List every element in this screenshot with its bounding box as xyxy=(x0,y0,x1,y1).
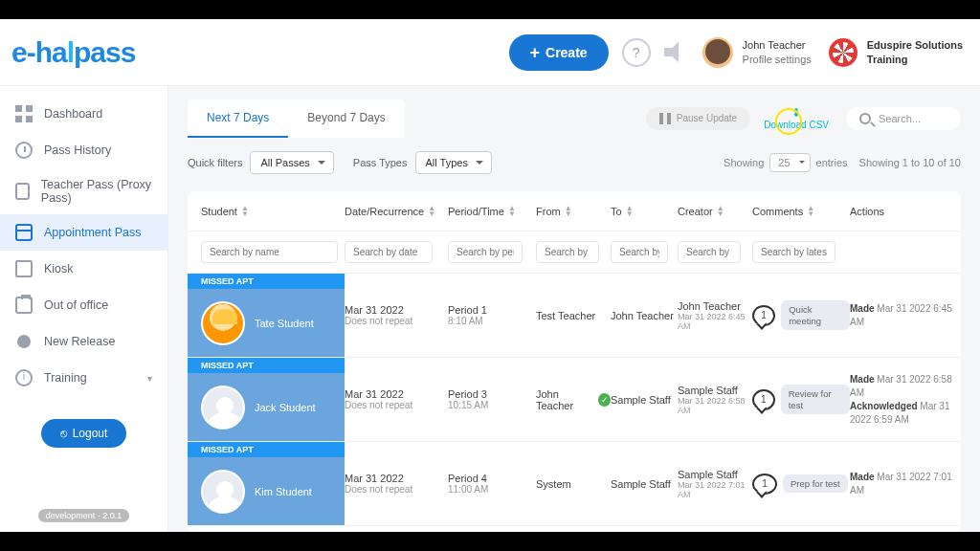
sort-icon: ▲▼ xyxy=(717,206,724,216)
calendar-icon xyxy=(15,224,33,241)
table-row: MISSED APT Tate Student Mar 31 2022Does … xyxy=(188,274,961,358)
download-csv-button[interactable]: ⬇ Download CSV xyxy=(764,106,829,131)
filter-date[interactable] xyxy=(345,241,433,263)
create-button[interactable]: +Create xyxy=(509,34,609,71)
from-cell: Test Teacher xyxy=(536,310,611,321)
pause-icon xyxy=(659,113,671,124)
comments-cell[interactable]: 1Quick meeting xyxy=(752,300,850,330)
highlight-ring xyxy=(775,108,802,135)
sort-icon: ▲▼ xyxy=(807,206,814,216)
period-cell: Period 411:00 AM xyxy=(448,473,536,495)
sort-icon: ▲▼ xyxy=(428,206,435,216)
col-period[interactable]: Period/Time▲▼ xyxy=(448,206,536,217)
filter-creator[interactable] xyxy=(678,241,741,263)
to-cell: Sample Staff xyxy=(611,394,678,406)
org-name: Eduspire Solutions Training xyxy=(867,38,963,66)
filter-student[interactable] xyxy=(201,241,338,263)
clock-icon xyxy=(15,142,33,159)
info-icon xyxy=(15,369,33,386)
range-label: Showing 1 to 10 of 10 xyxy=(859,157,961,168)
col-date[interactable]: Date/Recurrence▲▼ xyxy=(345,206,448,217)
badge-icon xyxy=(15,183,30,200)
sort-icon: ▲▼ xyxy=(565,206,572,216)
appointments-table: Student▲▼ Date/Recurrence▲▼ Period/Time▲… xyxy=(188,191,961,532)
tabs: Next 7 Days Beyond 7 Days xyxy=(188,99,405,138)
content: Next 7 Days Beyond 7 Days Pause Update ⬇… xyxy=(168,86,980,532)
col-comments[interactable]: Comments▲▼ xyxy=(752,206,850,217)
missed-badge: MISSED APT xyxy=(188,274,345,289)
col-to[interactable]: To▲▼ xyxy=(611,206,678,217)
student-name[interactable]: Tate Student xyxy=(255,318,314,329)
pass-types-select[interactable]: All Types xyxy=(415,151,492,174)
creator-cell: John TeacherMar 31 2022 6:45 AM xyxy=(678,300,752,331)
comments-cell[interactable]: 1Prep for test xyxy=(752,474,850,495)
period-cell: Period 310:15 AM xyxy=(448,388,536,410)
showing-label: Showing xyxy=(724,157,764,168)
sidebar-item-out-of-office[interactable]: Out of office xyxy=(0,287,167,323)
logout-icon: ⎋ xyxy=(60,427,67,440)
creator-cell: Sample StaffMar 31 2022 6:58 AM xyxy=(678,385,752,415)
date-cell: Mar 31 2022Does not repeat xyxy=(345,388,448,410)
missed-badge: MISSED APT xyxy=(188,358,345,373)
tab-beyond-7-days[interactable]: Beyond 7 Days xyxy=(288,99,404,138)
comments-cell[interactable]: 1Review for test xyxy=(752,385,850,414)
quick-filters-label: Quick filters xyxy=(188,157,242,168)
sort-icon: ▲▼ xyxy=(241,206,249,216)
sidebar-item-appointment-pass[interactable]: Appointment Pass xyxy=(0,214,167,251)
sort-icon: ▲▼ xyxy=(508,206,516,216)
student-avatar xyxy=(201,386,245,430)
sidebar-item-training[interactable]: Training▾ xyxy=(0,360,167,396)
org-logo xyxy=(829,38,858,67)
sidebar-item-teacher-pass[interactable]: Teacher Pass (Proxy Pass) xyxy=(0,168,167,214)
search-icon xyxy=(859,113,871,124)
entries-label: entries xyxy=(816,157,848,168)
filter-from[interactable] xyxy=(536,241,599,263)
dot-icon xyxy=(17,335,31,348)
comment-icon: 1 xyxy=(752,474,777,495)
student-avatar xyxy=(201,301,245,345)
sort-icon: ▲▼ xyxy=(626,206,634,216)
logout-button[interactable]: ⎋Logout xyxy=(41,419,127,448)
sidebar: Dashboard Pass History Teacher Pass (Pro… xyxy=(0,86,168,532)
version-badge: development - 2.0.1 xyxy=(38,509,130,522)
date-cell: Mar 31 2022Does not repeat xyxy=(345,304,448,326)
missed-badge: MISSED APT xyxy=(188,442,345,457)
period-cell: Period 18:10 AM xyxy=(448,304,536,326)
actions-cell: Made Mar 31 2022 6:58 AMAcknowledged Mar… xyxy=(850,373,961,427)
pause-update-button[interactable]: Pause Update xyxy=(646,107,750,130)
from-cell: John Teacher✓ xyxy=(536,388,611,411)
search-input[interactable]: Search... xyxy=(846,107,961,130)
user-avatar[interactable] xyxy=(702,37,733,68)
pass-types-label: Pass Types xyxy=(353,157,408,168)
plus-icon: + xyxy=(530,44,541,61)
sidebar-item-new-release[interactable]: New Release xyxy=(0,323,167,360)
check-icon: ✓ xyxy=(598,393,611,407)
user-menu[interactable]: John Teacher Profile settings xyxy=(743,38,812,66)
col-student[interactable]: Student▲▼ xyxy=(201,206,345,217)
help-icon[interactable]: ? xyxy=(622,38,651,67)
sidebar-item-dashboard[interactable]: Dashboard xyxy=(0,96,167,132)
filter-period[interactable] xyxy=(448,241,523,263)
mute-icon[interactable] xyxy=(664,42,685,63)
table-row: MISSED APT Jack Student Mar 31 2022Does … xyxy=(188,358,961,442)
student-avatar xyxy=(201,470,245,514)
student-name[interactable]: Kim Student xyxy=(255,486,312,497)
creator-cell: Sample StaffMar 31 2022 7:01 AM xyxy=(678,469,752,499)
student-name[interactable]: Jack Student xyxy=(255,402,316,413)
page-size-select[interactable]: 25 xyxy=(769,153,810,172)
filter-comments[interactable] xyxy=(752,241,835,263)
col-from[interactable]: From▲▼ xyxy=(536,206,611,217)
quick-filters-select[interactable]: All Passes xyxy=(250,151,333,174)
tab-next-7-days[interactable]: Next 7 Days xyxy=(188,99,288,138)
actions-cell: Made Mar 31 2022 6:45 AM xyxy=(850,302,961,329)
date-cell: Mar 31 2022Does not repeat xyxy=(345,473,448,495)
col-creator[interactable]: Creator▲▼ xyxy=(678,206,752,217)
col-actions: Actions xyxy=(850,206,961,217)
topbar: e-halpass +Create ? John Teacher Profile… xyxy=(0,19,980,86)
comment-icon: 1 xyxy=(752,305,775,326)
table-row: MISSED APT Kim Student Mar 31 2022Does n… xyxy=(188,442,961,526)
comment-icon: 1 xyxy=(752,389,775,410)
sidebar-item-pass-history[interactable]: Pass History xyxy=(0,132,167,168)
filter-to[interactable] xyxy=(611,241,668,263)
sidebar-item-kiosk[interactable]: Kiosk xyxy=(0,251,167,287)
